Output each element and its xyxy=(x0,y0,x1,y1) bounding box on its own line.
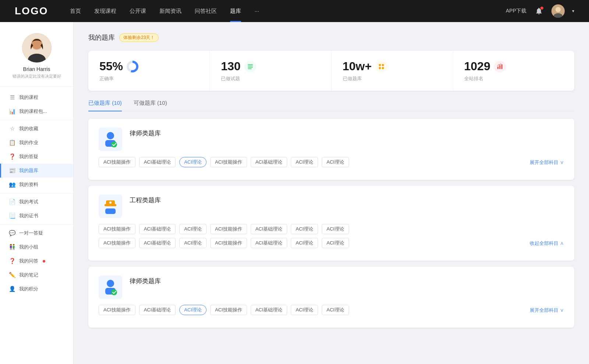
expand-lawyer-1[interactable]: 展开全部科目 ∨ xyxy=(530,158,564,167)
svg-rect-24 xyxy=(105,208,116,214)
svg-rect-11 xyxy=(379,64,381,66)
expand-lawyer-2[interactable]: 展开全部科目 ∨ xyxy=(530,306,564,314)
tag-1-4[interactable]: ACI技能操作 xyxy=(210,157,247,167)
menu-materials[interactable]: 👥 我的资料 xyxy=(0,178,73,192)
nav-home[interactable]: 首页 xyxy=(70,8,81,15)
tag-2-10[interactable]: ACI理论 xyxy=(179,238,207,248)
menu-favorites[interactable]: ☆ 我的收藏 xyxy=(0,122,73,136)
stat-done-banks-top: 10w+ xyxy=(343,60,442,73)
menu-my-courses-label: 我的课程 xyxy=(19,94,38,101)
tag-3-2[interactable]: ACI基础理论 xyxy=(139,305,176,315)
menu-group[interactable]: 👫 我的小组 xyxy=(0,240,73,254)
menu-homework-label: 我的作业 xyxy=(19,139,38,146)
qbank-name-text-1: 律师类题库 xyxy=(130,128,161,138)
tag-2-7[interactable]: ACI理论 xyxy=(322,224,349,234)
user-avatar-nav[interactable] xyxy=(551,4,565,18)
svg-rect-8 xyxy=(248,65,253,66)
menu-myqa[interactable]: ❓ 我的问答 xyxy=(0,254,73,268)
tags-row-engineer-2: ACI技能操作 ACI基础理论 ACI理论 ACI技能操作 ACI基础理论 AC… xyxy=(99,238,564,248)
stat-done-questions-value: 130 xyxy=(221,60,240,73)
tag-3-7[interactable]: ACI理论 xyxy=(322,305,349,315)
menu-favorites-label: 我的收藏 xyxy=(19,125,38,132)
tag-2-5[interactable]: ACI基础理论 xyxy=(251,224,288,234)
list-icon xyxy=(247,63,254,70)
menu-exams[interactable]: 📄 我的考试 xyxy=(0,195,73,209)
qbank-engineer-name-wrap: 工程类题库 xyxy=(130,195,161,204)
tag-1-7[interactable]: ACI理论 xyxy=(322,157,349,167)
menu-points[interactable]: 👤 我的积分 xyxy=(0,282,73,296)
nav-more[interactable]: ··· xyxy=(254,8,259,15)
qbank-icon: 📰 xyxy=(9,167,15,174)
tag-2-13[interactable]: ACI理论 xyxy=(291,238,318,248)
tag-2-6[interactable]: ACI理论 xyxy=(291,224,318,234)
tag-3-4[interactable]: ACI技能操作 xyxy=(210,305,247,315)
avatar-image xyxy=(551,4,565,18)
tag-2-1[interactable]: ACI技能操作 xyxy=(99,224,135,234)
tag-3-6[interactable]: ACI理论 xyxy=(291,305,318,315)
nav-news[interactable]: 新闻资讯 xyxy=(159,8,181,15)
points-icon: 👤 xyxy=(9,286,15,292)
collapse-engineer[interactable]: 收起全部科目 ∧ xyxy=(530,239,564,247)
tag-1-1[interactable]: ACI技能操作 xyxy=(99,157,135,167)
tag-1-6[interactable]: ACI理论 xyxy=(291,157,318,167)
menu-qbank[interactable]: 📰 我的题库 xyxy=(0,164,73,178)
tag-3-1[interactable]: ACI技能操作 xyxy=(99,305,135,315)
svg-rect-12 xyxy=(382,64,384,66)
menu-homework[interactable]: 📋 我的作业 xyxy=(0,136,73,150)
qbank-lawyer-2-header: 律师类题库 xyxy=(99,275,564,299)
package-icon: 📊 xyxy=(9,108,15,115)
qbank-card-lawyer-2: 律师类题库 ACI技能操作 ACI基础理论 ACI理论 ACI技能操作 ACI基… xyxy=(88,267,574,328)
main-content: 我的题库 体验剩余23天！ 55% 正确率 130 xyxy=(74,22,589,364)
nav-links: 首页 发现课程 公开课 新闻资讯 问答社区 题库 ··· xyxy=(70,8,506,15)
grid-icon xyxy=(378,63,385,70)
menu-group-label: 我的小组 xyxy=(19,244,38,250)
stat-ranking-top: 1029 xyxy=(464,60,563,73)
menu-points-label: 我的积分 xyxy=(19,286,38,292)
user-profile: Brian Harris 错误的决定比没有决定要好 xyxy=(0,33,73,87)
user-avatar-sidebar xyxy=(22,33,52,63)
menu-certificates[interactable]: 📃 我的证书 xyxy=(0,209,73,223)
nav-qbank[interactable]: 题库 xyxy=(230,8,241,15)
exam-icon: 📄 xyxy=(9,199,15,205)
tag-1-5[interactable]: ACI基础理论 xyxy=(251,157,288,167)
menu-course-packages-label: 我的课程包... xyxy=(19,108,47,115)
nav-discover[interactable]: 发现课程 xyxy=(94,8,116,15)
tag-2-4[interactable]: ACI技能操作 xyxy=(210,224,247,234)
tag-3-3[interactable]: ACI理论 xyxy=(179,305,207,315)
tag-2-2[interactable]: ACI基础理论 xyxy=(139,224,176,234)
navbar: LOGO 首页 发现课程 公开课 新闻资讯 问答社区 题库 ··· APP下载 xyxy=(0,0,589,22)
menu-notes[interactable]: ✏️ 我的笔记 xyxy=(0,268,73,282)
menu-course-packages[interactable]: 📊 我的课程包... xyxy=(0,104,73,118)
tag-3-5[interactable]: ACI基础理论 xyxy=(251,305,288,315)
svg-point-23 xyxy=(109,201,112,204)
tag-2-8[interactable]: ACI技能操作 xyxy=(99,238,135,248)
lawyer-icon-2 xyxy=(99,275,122,299)
qbank-lawyer-2-name-wrap: 律师类题库 xyxy=(130,275,161,285)
user-avatar-image xyxy=(22,33,52,63)
tab-available-banks[interactable]: 可做题库 (10) xyxy=(134,100,167,111)
tag-2-12[interactable]: ACI基础理论 xyxy=(251,238,288,248)
notification-bell[interactable] xyxy=(534,6,544,16)
svg-point-1 xyxy=(556,7,561,12)
nav-right: APP下载 ▾ xyxy=(506,4,574,18)
svg-rect-14 xyxy=(382,67,384,69)
app-download-button[interactable]: APP下载 xyxy=(506,8,526,14)
tag-1-2[interactable]: ACI基础理论 xyxy=(139,157,176,167)
tag-2-3[interactable]: ACI理论 xyxy=(179,224,207,234)
qbank-engineer-name: 工程类题库 xyxy=(130,195,161,204)
menu-oneone[interactable]: 💬 一对一答疑 xyxy=(0,226,73,240)
tag-2-11[interactable]: ACI技能操作 xyxy=(210,238,247,248)
nav-qa[interactable]: 问答社区 xyxy=(195,8,217,15)
materials-icon: 👥 xyxy=(9,181,15,188)
tab-done-banks[interactable]: 已做题库 (10) xyxy=(88,100,122,111)
nav-dropdown-arrow[interactable]: ▾ xyxy=(572,8,574,14)
tag-1-3[interactable]: ACI理论 xyxy=(179,157,207,167)
tag-2-9[interactable]: ACI基础理论 xyxy=(139,238,176,248)
menu-my-courses[interactable]: ☰ 我的课程 xyxy=(0,90,73,104)
svg-rect-17 xyxy=(501,64,502,69)
nav-opencourse[interactable]: 公开课 xyxy=(130,8,146,15)
svg-rect-16 xyxy=(499,65,500,69)
tag-2-14[interactable]: ACI理论 xyxy=(322,238,349,248)
stat-accuracy-label: 正确率 xyxy=(99,75,198,82)
menu-questions[interactable]: ❓ 我的答疑 xyxy=(0,150,73,164)
